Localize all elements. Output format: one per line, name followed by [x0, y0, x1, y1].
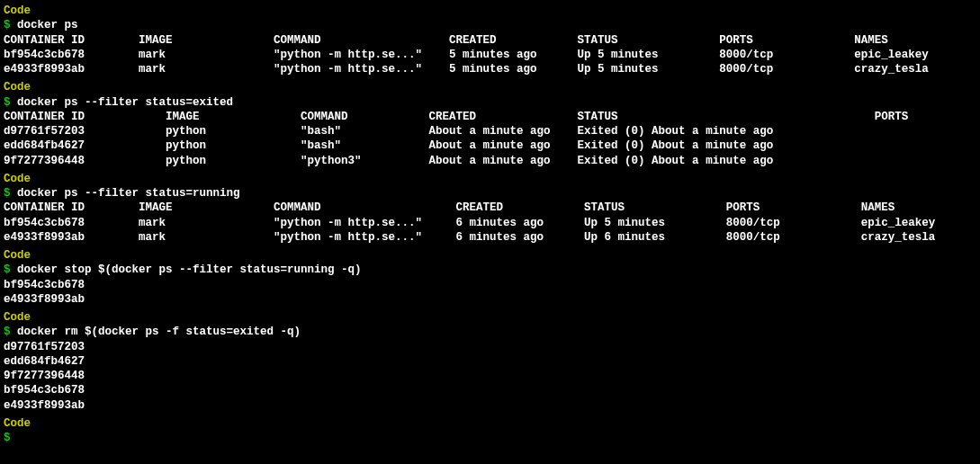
table-header: CONTAINER ID IMAGE COMMAND CREATED STATU…: [4, 33, 976, 48]
output-line: bf954c3cb678: [4, 278, 976, 292]
code-label: Code: [4, 172, 976, 186]
table-row: edd684fb4627 python "bash" About a minut…: [4, 138, 976, 153]
prompt-symbol: $: [4, 326, 11, 338]
prompt-symbol: $: [4, 187, 11, 200]
command-line: $: [4, 431, 976, 445]
output-line: e4933f8993ab: [4, 398, 976, 413]
command-line: $ docker ps --filter status=running: [4, 186, 976, 201]
code-block: Code$: [4, 416, 976, 446]
command-text: docker ps --filter status=running: [11, 187, 240, 200]
table-row: e4933f8993ab mark "python -m http.se..."…: [4, 230, 976, 245]
table-row: bf954c3cb678 mark "python -m http.se..."…: [4, 216, 976, 230]
prompt-symbol: $: [4, 432, 11, 444]
code-block: Code$ docker rm $(docker ps -f status=ex…: [4, 310, 976, 413]
output-line: edd684fb4627: [4, 354, 976, 369]
table-row: 9f7277396448 python "python3" About a mi…: [4, 154, 976, 168]
code-label: Code: [4, 310, 976, 325]
command-line: $ docker ps --filter status=exited: [4, 95, 976, 110]
code-label: Code: [4, 416, 976, 431]
output-line: d97761f57203: [4, 340, 976, 354]
code-label: Code: [4, 4, 976, 18]
prompt-symbol: $: [4, 19, 11, 31]
command-line: $ docker ps: [4, 18, 976, 32]
table-header: CONTAINER ID IMAGE COMMAND CREATED STATU…: [4, 201, 976, 215]
command-text: docker rm $(docker ps -f status=exited -…: [11, 326, 301, 338]
command-line: $ docker rm $(docker ps -f status=exited…: [4, 325, 976, 339]
output-line: 9f7277396448: [4, 369, 976, 383]
prompt-symbol: $: [4, 263, 11, 276]
output-line: bf954c3cb678: [4, 383, 976, 397]
command-text: docker stop $(docker ps --filter status=…: [11, 263, 362, 276]
command-text: docker ps --filter status=exited: [11, 96, 234, 109]
code-block: Code$ docker ps --filter status=runningC…: [4, 172, 976, 245]
terminal-output: Code$ docker psCONTAINER ID IMAGE COMMAN…: [4, 4, 976, 445]
command-text: docker ps: [11, 19, 78, 31]
table-row: bf954c3cb678 mark "python -m http.se..."…: [4, 48, 976, 62]
table-header: CONTAINER ID IMAGE COMMAND CREATED STATU…: [4, 110, 976, 124]
output-line: e4933f8993ab: [4, 292, 976, 307]
command-line: $ docker stop $(docker ps --filter statu…: [4, 263, 976, 277]
code-block: Code$ docker stop $(docker ps --filter s…: [4, 248, 976, 307]
code-label: Code: [4, 80, 976, 94]
table-row: d97761f57203 python "bash" About a minut…: [4, 124, 976, 138]
prompt-symbol: $: [4, 96, 11, 109]
code-block: Code$ docker psCONTAINER ID IMAGE COMMAN…: [4, 4, 976, 76]
table-row: e4933f8993ab mark "python -m http.se..."…: [4, 62, 976, 76]
code-label: Code: [4, 248, 976, 263]
code-block: Code$ docker ps --filter status=exitedCO…: [4, 80, 976, 168]
